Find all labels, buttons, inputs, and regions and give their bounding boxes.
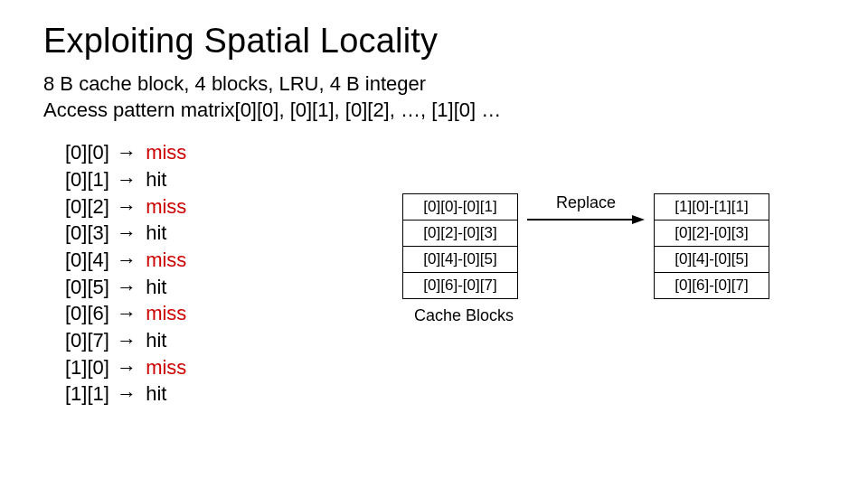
access-result-miss: miss xyxy=(140,195,186,218)
arrow-icon: → xyxy=(115,195,140,218)
cache-before-cell: [0][0]-[0][1] xyxy=(403,194,518,221)
cache-after-row: [1][0]-[1][1] xyxy=(655,194,769,221)
cache-blocks-label: Cache Blocks xyxy=(414,306,514,325)
cache-diagram: [0][0]-[0][1][0][2]-[0][3][0][4]-[0][5][… xyxy=(402,193,854,325)
access-row: [0][0] → miss xyxy=(65,139,825,166)
access-result-miss: miss xyxy=(140,356,186,379)
access-index: [0][4] xyxy=(65,249,115,271)
cache-before-row: [0][0]-[0][1] xyxy=(403,194,518,221)
cache-before-row: [0][2]-[0][3] xyxy=(403,221,518,247)
cache-after-row: [0][4]-[0][5] xyxy=(655,247,769,273)
cache-after-cell: [0][4]-[0][5] xyxy=(655,247,769,273)
replace-arrow-group: Replace xyxy=(527,193,645,225)
cache-after-row: [0][6]-[0][7] xyxy=(655,273,769,299)
arrow-icon: → xyxy=(115,302,140,324)
access-index: [0][5] xyxy=(65,276,115,298)
access-result-miss: miss xyxy=(140,249,186,271)
slide: Exploiting Spatial Locality 8 B cache bl… xyxy=(0,0,868,488)
access-result-miss: miss xyxy=(140,302,186,324)
access-row: [0][1] → hit xyxy=(65,166,825,193)
cache-after-cell: [1][0]-[1][1] xyxy=(655,194,769,221)
access-index: [1][0] xyxy=(65,356,115,379)
slide-title: Exploiting Spatial Locality xyxy=(43,22,825,61)
cache-before-cell: [0][2]-[0][3] xyxy=(403,221,518,247)
access-result-hit: hit xyxy=(140,168,166,191)
subtitle-line-1: 8 B cache block, 4 blocks, LRU, 4 B inte… xyxy=(43,71,825,98)
access-row: [1][0] → miss xyxy=(65,354,825,381)
cache-before-row: [0][6]-[0][7] xyxy=(403,273,518,299)
access-row: [1][1] → hit xyxy=(65,380,825,408)
cache-after-table: [1][0]-[1][1][0][2]-[0][3][0][4]-[0][5][… xyxy=(654,193,769,299)
arrow-icon: → xyxy=(115,249,140,271)
cache-before-row: [0][4]-[0][5] xyxy=(403,247,518,273)
access-index: [0][2] xyxy=(65,195,115,218)
access-index: [1][1] xyxy=(65,382,115,405)
arrow-icon: → xyxy=(115,276,140,298)
access-result-hit: hit xyxy=(140,221,166,244)
cache-before-table: [0][0]-[0][1][0][2]-[0][3][0][4]-[0][5][… xyxy=(402,193,518,299)
access-result-hit: hit xyxy=(140,329,166,352)
arrow-icon: → xyxy=(115,221,140,244)
cache-after-cell: [0][2]-[0][3] xyxy=(655,221,769,247)
cache-after-row: [0][2]-[0][3] xyxy=(655,221,769,247)
access-index: [0][7] xyxy=(65,329,115,352)
cache-before-cell: [0][4]-[0][5] xyxy=(403,247,518,273)
svg-marker-1 xyxy=(632,215,645,224)
access-row: [0][7] → hit xyxy=(65,327,825,354)
access-result-hit: hit xyxy=(140,276,166,298)
cache-before-cell: [0][6]-[0][7] xyxy=(403,273,518,299)
access-result-miss: miss xyxy=(140,141,186,164)
slide-subtitle: 8 B cache block, 4 blocks, LRU, 4 B inte… xyxy=(43,71,825,123)
arrow-icon: → xyxy=(115,168,140,191)
access-result-hit: hit xyxy=(140,382,166,405)
access-index: [0][3] xyxy=(65,221,115,244)
replace-arrow-icon xyxy=(527,214,645,225)
subtitle-line-2: Access pattern matrix[0][0], [0][1], [0]… xyxy=(43,98,825,124)
arrow-icon: → xyxy=(115,329,140,352)
access-index: [0][0] xyxy=(65,141,115,164)
cache-after-cell: [0][6]-[0][7] xyxy=(655,273,769,299)
access-index: [0][6] xyxy=(65,302,115,324)
access-index: [0][1] xyxy=(65,168,115,191)
arrow-icon: → xyxy=(115,356,140,379)
arrow-icon: → xyxy=(115,382,140,405)
replace-label: Replace xyxy=(556,193,616,212)
arrow-icon: → xyxy=(115,141,140,164)
